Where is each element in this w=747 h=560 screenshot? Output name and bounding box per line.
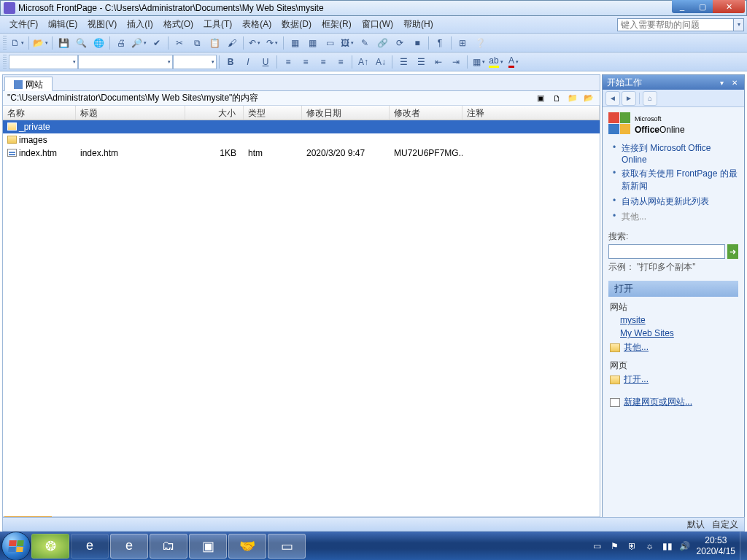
taskbar-ie[interactable]: e (71, 534, 109, 559)
tray-shield-icon[interactable]: ⛨ (627, 540, 638, 552)
menu-tools[interactable]: 工具(T) (198, 17, 237, 32)
new-folder-icon[interactable]: 📁 (566, 93, 579, 104)
format-painter-button[interactable]: 🖌 (224, 35, 240, 51)
font-combo[interactable]: ▾ (78, 55, 173, 69)
stop-button[interactable]: ■ (409, 35, 425, 51)
file-list[interactable]: 名称 标题 大小 类型 修改日期 修改者 注释 _privateimagesin… (3, 106, 600, 516)
taskbar-browser[interactable]: e (110, 534, 148, 559)
refresh-button[interactable]: ⟳ (392, 35, 408, 51)
menu-data[interactable]: 数据(D) (276, 17, 317, 32)
menu-file[interactable]: 文件(F) (4, 17, 43, 32)
webcomponent-button[interactable]: ▦ (287, 35, 303, 51)
drawing-button[interactable]: ✎ (357, 35, 373, 51)
save-button[interactable]: 💾 (55, 35, 71, 51)
redo-button[interactable]: ↷▾ (264, 35, 280, 51)
preview-button[interactable]: 🔎▾ (131, 35, 147, 51)
status-custom[interactable]: 自定义 (712, 518, 738, 531)
tray-network-icon[interactable]: ▮▮ (662, 540, 673, 552)
link-connect-office[interactable]: 连接到 Microsoft Office Online (622, 143, 711, 165)
close-button[interactable]: ✕ (713, 0, 745, 13)
bold-button[interactable]: B (222, 54, 239, 70)
align-center-button[interactable]: ≡ (298, 54, 314, 70)
new-page-icon[interactable]: 🗋 (550, 93, 563, 104)
menu-frame[interactable]: 框架(R) (317, 17, 357, 32)
help-search-input[interactable] (617, 18, 734, 31)
tray-flag-icon[interactable]: ⚑ (609, 540, 621, 552)
link-auto-update[interactable]: 自动从网站更新此列表 (622, 196, 709, 206)
number-list-button[interactable]: ☰ (395, 54, 411, 70)
file-row[interactable]: index.htmindex.htm1KBhtm2020/3/20 9:47MU… (3, 147, 600, 160)
table-button[interactable]: ▦ (304, 35, 320, 51)
fontsize-combo[interactable]: ▾ (173, 55, 217, 69)
increase-font-button[interactable]: A↑ (355, 54, 371, 70)
toolbar-grip[interactable] (3, 36, 7, 50)
menu-insert[interactable]: 插入(I) (122, 17, 158, 32)
print-button[interactable]: 🖨 (113, 35, 129, 51)
open-site-mysite[interactable]: mysite (620, 315, 646, 325)
start-button[interactable] (1, 532, 31, 561)
menu-edit[interactable]: 编辑(E) (43, 17, 82, 32)
hyperlink-button[interactable]: 🔗 (374, 35, 390, 51)
align-left-button[interactable]: ≡ (280, 54, 296, 70)
paste-button[interactable]: 📋 (206, 35, 222, 51)
taskbar-app-5[interactable]: 🤝 (228, 534, 266, 559)
maximize-button[interactable]: ▢ (692, 0, 713, 13)
style-combo[interactable]: ▾ (9, 55, 78, 69)
tray-volume-icon[interactable]: 🔊 (679, 540, 691, 552)
link-frontpage-news[interactable]: 获取有关使用 FrontPage 的最新新闻 (622, 168, 738, 191)
highlight-button[interactable]: ab▾ (488, 54, 504, 70)
task-nav-forward[interactable]: ► (622, 91, 636, 106)
status-default[interactable]: 默认 (687, 518, 705, 531)
new-button[interactable]: 🗋▾ (9, 35, 26, 51)
document-tab-website[interactable]: 网站 (4, 77, 53, 91)
outdent-button[interactable]: ⇤ (430, 54, 446, 70)
menu-help[interactable]: 帮助(H) (398, 17, 438, 32)
borders-button[interactable]: ▦▾ (471, 54, 487, 70)
taskbar-frontpage[interactable]: ▣ (189, 534, 227, 559)
align-justify-button[interactable]: ≡ (333, 54, 349, 70)
link-more[interactable]: 其他... (622, 211, 646, 222)
show-desktop-button[interactable] (740, 532, 747, 560)
picture-button[interactable]: 🖼▾ (339, 35, 355, 51)
undo-button[interactable]: ↶▾ (247, 35, 263, 51)
col-header-type[interactable]: 类型 (244, 106, 302, 120)
task-nav-back[interactable]: ◄ (605, 91, 620, 106)
help-button[interactable]: ❔ (472, 35, 488, 51)
file-row[interactable]: images (3, 133, 600, 147)
task-pane-search-input[interactable] (608, 244, 725, 259)
show-all-button[interactable]: ¶ (432, 35, 448, 51)
col-header-name[interactable]: 名称 (3, 106, 76, 120)
col-header-modby[interactable]: 修改者 (390, 106, 462, 120)
task-pane-close[interactable]: ✕ (729, 77, 740, 88)
open-site-mywebsites[interactable]: My Web Sites (620, 328, 674, 338)
menu-table[interactable]: 表格(A) (237, 17, 276, 32)
bullet-list-button[interactable]: ☰ (413, 54, 429, 70)
task-nav-home[interactable]: ⌂ (643, 91, 657, 106)
underline-button[interactable]: U (258, 54, 274, 70)
taskbar-explorer[interactable]: 🗂 (150, 534, 187, 559)
col-header-notes[interactable]: 注释 (462, 106, 600, 120)
decrease-font-button[interactable]: A↓ (373, 54, 389, 70)
show-layer-button[interactable]: ⊞ (454, 35, 471, 51)
tray-lang-icon[interactable]: ▭ (592, 540, 603, 552)
tray-clock[interactable]: 20:53 2020/4/15 (697, 535, 735, 557)
publish-button[interactable]: 🌐 (90, 35, 107, 51)
find-button[interactable]: 🔍 (73, 35, 89, 51)
spellcheck-button[interactable]: ✔ (149, 35, 165, 51)
tray-update-icon[interactable]: ☼ (644, 540, 656, 552)
cut-button[interactable]: ✂ (171, 35, 187, 51)
menu-format[interactable]: 格式(O) (158, 17, 198, 32)
open-button[interactable]: 📂▾ (32, 35, 49, 51)
new-page-site-link[interactable]: 新建网页或网站... (624, 396, 692, 408)
copy-button[interactable]: ⧉ (189, 35, 205, 51)
menu-window[interactable]: 窗口(W) (357, 17, 398, 32)
layer-button[interactable]: ▭ (322, 35, 338, 51)
up-folder-icon[interactable]: 📂 (582, 93, 595, 104)
minimize-button[interactable]: _ (672, 0, 692, 13)
col-header-size[interactable]: 大小 (185, 106, 244, 120)
toolbar-grip[interactable] (3, 55, 7, 69)
task-pane-dropdown[interactable]: ▾ (716, 77, 727, 88)
align-right-button[interactable]: ≡ (315, 54, 331, 70)
col-header-title[interactable]: 标题 (76, 106, 185, 120)
file-row[interactable]: _private (3, 120, 600, 133)
